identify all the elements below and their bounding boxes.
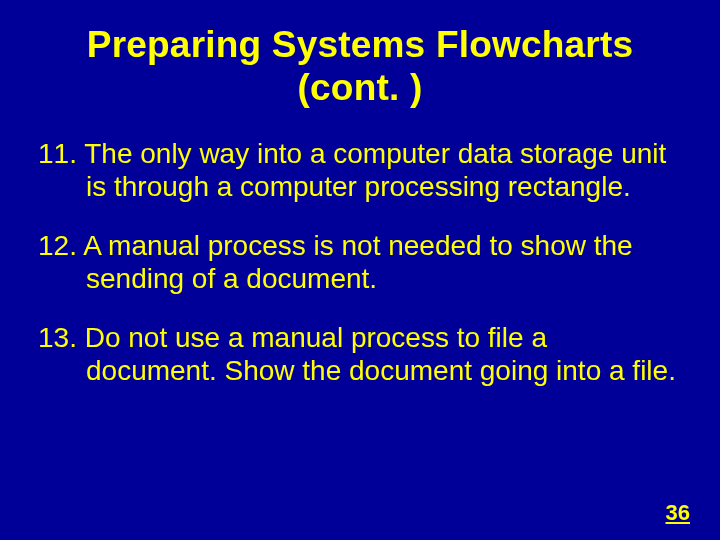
list-item: 12. A manual process is not needed to sh… (38, 229, 682, 295)
slide: Preparing Systems Flowcharts (cont. ) 11… (0, 0, 720, 540)
title-line-1: Preparing Systems Flowcharts (87, 24, 633, 65)
page-number: 36 (666, 500, 690, 526)
title-line-2: (cont. ) (298, 67, 423, 108)
item-number: 12. (38, 230, 77, 261)
item-text: A manual process is not needed to show t… (83, 230, 632, 294)
item-text: Do not use a manual process to file a do… (85, 322, 676, 386)
slide-title: Preparing Systems Flowcharts (cont. ) (38, 24, 682, 109)
item-number: 11. (38, 138, 77, 169)
item-number: 13. (38, 322, 77, 353)
numbered-list: 11. The only way into a computer data st… (38, 137, 682, 387)
list-item: 11. The only way into a computer data st… (38, 137, 682, 203)
item-text: The only way into a computer data storag… (84, 138, 666, 202)
list-item: 13. Do not use a manual process to file … (38, 321, 682, 387)
